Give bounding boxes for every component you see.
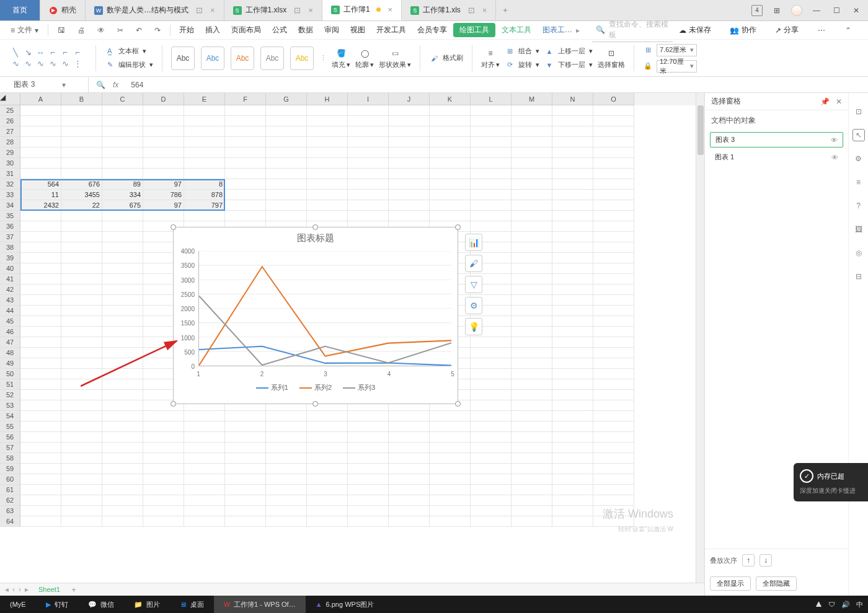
style-abc-1[interactable]: Abc [171,46,195,70]
cell[interactable] [20,306,61,316]
cell[interactable] [512,263,552,274]
rotate-button[interactable]: ⟳旋转 ▾ [505,60,539,70]
cell[interactable] [266,148,307,158]
cell[interactable] [552,516,593,527]
cell[interactable] [143,453,184,464]
styles-more-icon[interactable]: ⋮ [320,46,327,70]
cell[interactable] [552,421,593,432]
chart-title[interactable]: 图表标题 [174,227,458,247]
cell[interactable] [389,495,430,506]
side-location-icon[interactable]: ◎ [852,247,865,259]
cell[interactable] [61,148,102,158]
cell[interactable]: 676 [61,179,102,190]
cell[interactable] [389,137,430,148]
cell[interactable] [61,316,102,327]
row-header[interactable]: 25 [0,105,20,116]
cell[interactable] [266,485,307,495]
cell[interactable] [143,421,184,432]
cell[interactable] [593,411,634,421]
cell[interactable] [225,443,266,453]
cell[interactable] [61,284,102,295]
format-painter-button[interactable]: 🖌格式刷 [429,53,463,63]
row-header[interactable]: 34 [0,200,20,211]
row-header[interactable]: 30 [0,158,20,169]
fill-button[interactable]: 🪣填充 ▾ [332,47,350,69]
cell[interactable] [512,200,552,211]
cell[interactable] [184,453,225,464]
cell[interactable] [471,116,512,126]
cell[interactable] [61,453,102,464]
cell[interactable] [552,200,593,211]
cell[interactable] [593,295,634,306]
cell[interactable] [471,221,512,232]
cell[interactable] [61,137,102,148]
cell[interactable] [593,400,634,411]
cell[interactable] [512,516,552,527]
cell[interactable] [143,158,184,169]
tab-workbook1-active[interactable]: S 工作簿1 × [322,0,402,20]
cell[interactable] [266,158,307,169]
cell[interactable] [389,179,430,190]
cell[interactable] [61,337,102,348]
cell[interactable] [552,495,593,506]
cell[interactable] [61,242,102,253]
cell[interactable] [20,169,61,179]
cell[interactable] [593,158,634,169]
cell[interactable] [307,495,348,506]
cell[interactable] [552,432,593,443]
cell[interactable] [593,421,634,432]
cell[interactable] [307,211,348,221]
cell[interactable] [266,116,307,126]
column-header[interactable]: M [512,93,552,105]
cell[interactable] [143,148,184,158]
cell[interactable] [102,274,143,284]
cell[interactable] [471,443,512,453]
window-maximize-icon[interactable]: ☐ [831,5,842,16]
cell[interactable] [512,337,552,348]
cell[interactable] [471,200,512,211]
tab-close-icon[interactable]: × [308,6,313,15]
menu-file-button[interactable]: ≡ 文件 ▾ [5,22,44,38]
cell[interactable] [61,506,102,516]
cell[interactable] [61,369,102,379]
row-header[interactable]: 29 [0,148,20,158]
cell[interactable] [471,190,512,200]
cell[interactable] [61,253,102,263]
cell[interactable] [512,232,552,242]
cell[interactable] [512,443,552,453]
cell[interactable] [552,453,593,464]
add-sheet-icon[interactable]: ＋ [70,584,78,595]
cell[interactable] [552,400,593,411]
tab-close-icon[interactable]: × [210,6,215,15]
cell[interactable] [430,443,471,453]
cell[interactable] [512,158,552,169]
cell[interactable] [20,369,61,379]
cell[interactable] [512,358,552,369]
ribtab-formula[interactable]: 公式 [267,22,292,38]
share-button[interactable]: ↗分享 [770,22,804,38]
row-header[interactable]: 44 [0,306,20,316]
row-header[interactable]: 53 [0,400,20,411]
cell[interactable] [61,390,102,400]
cell[interactable] [471,179,512,190]
cell[interactable] [102,400,143,411]
cell[interactable] [184,211,225,221]
cell[interactable] [143,443,184,453]
cell[interactable] [225,411,266,421]
height-field[interactable]: 12.70厘米▾ [657,60,697,73]
row-header[interactable]: 37 [0,232,20,242]
cell[interactable] [143,516,184,527]
row-header[interactable]: 57 [0,443,20,453]
tab-doke[interactable]: 稻壳 [40,0,86,20]
cell[interactable] [184,443,225,453]
cell[interactable] [143,506,184,516]
apps-grid-icon[interactable]: ⊞ [771,5,782,16]
cell[interactable] [512,464,552,474]
ribtab-texttools[interactable]: 文本工具 [497,22,536,38]
cell[interactable] [389,432,430,443]
window-close-icon[interactable]: ✕ [851,5,862,16]
cell[interactable] [20,485,61,495]
cell[interactable] [102,411,143,421]
cell[interactable] [225,169,266,179]
cell[interactable] [102,137,143,148]
